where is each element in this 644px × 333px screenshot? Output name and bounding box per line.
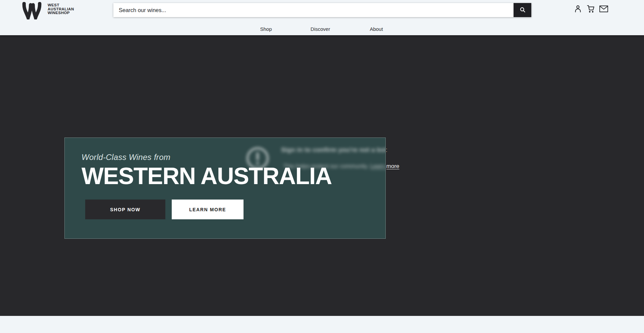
learn-more-link[interactable]: Learn more — [386, 163, 399, 169]
cart-icon[interactable] — [586, 4, 595, 15]
nav-item-shop[interactable]: Shop — [260, 26, 272, 32]
bot-overlay-title: Sign in to confirm you're not a bot — [386, 146, 387, 154]
mail-icon[interactable] — [599, 5, 608, 14]
hero-section: Sign in to confirm you're not a bot This… — [0, 35, 644, 316]
bot-overlay-sharp-region: Sign in to confirm you're not a bot This… — [386, 35, 644, 316]
brand-name-line: WINESHOP — [48, 11, 74, 15]
hero-title: WESTERN AUSTRALIA — [82, 164, 385, 188]
learn-more-button[interactable]: LEARN MORE — [172, 200, 244, 219]
search-icon — [519, 6, 526, 14]
search-button[interactable] — [514, 3, 531, 17]
shop-now-button[interactable]: SHOP NOW — [85, 200, 165, 219]
search-input[interactable] — [113, 3, 514, 17]
site-header: WEST AUSTRALIAN WINESHOP Shop Discover A… — [0, 0, 644, 35]
account-icon[interactable] — [574, 4, 582, 14]
nav-item-about[interactable]: About — [370, 26, 383, 32]
nav-item-discover[interactable]: Discover — [311, 26, 330, 32]
bot-overlay-body: This helps protect our community. Learn … — [386, 163, 399, 170]
search-bar — [113, 3, 531, 17]
hero-cta-row: SHOP NOW LEARN MORE — [85, 200, 385, 219]
hero-glass-panel: Sign in to confirm you're not a bot This… — [64, 137, 386, 239]
brand-logo[interactable]: WEST AUSTRALIAN WINESHOP — [21, 2, 74, 21]
brand-name-line: WEST — [48, 3, 74, 7]
brand-name: WEST AUSTRALIAN WINESHOP — [48, 3, 74, 21]
footer-strip — [0, 316, 644, 333]
hero-content: World-Class Wines from WESTERN AUSTRALIA… — [65, 138, 385, 219]
hero-eyebrow: World-Class Wines from — [82, 153, 385, 162]
w-monogram-icon — [21, 2, 43, 21]
